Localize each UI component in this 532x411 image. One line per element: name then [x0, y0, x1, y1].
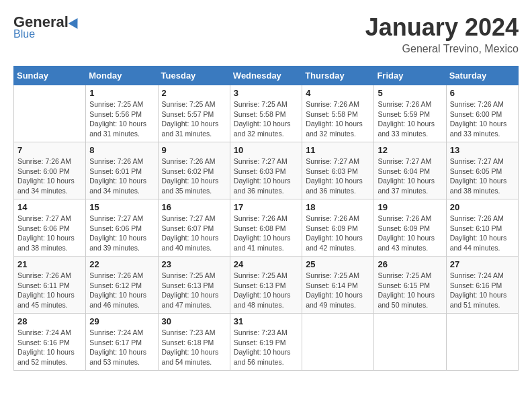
day-info: Sunrise: 7:26 AMSunset: 5:58 PMDaylight:… [306, 99, 370, 139]
day-number: 1 [89, 88, 154, 98]
day-number: 31 [234, 316, 298, 326]
day-info: Sunrise: 7:27 AMSunset: 6:05 PMDaylight:… [450, 156, 515, 196]
day-number: 9 [162, 145, 226, 155]
calendar-week-row: 7Sunrise: 7:26 AMSunset: 6:00 PMDaylight… [14, 142, 519, 199]
calendar-header-tuesday: Tuesday [158, 66, 230, 85]
day-number: 23 [162, 259, 226, 269]
day-number: 22 [89, 259, 154, 269]
calendar-header-sunday: Sunday [14, 66, 86, 85]
calendar-cell: 21Sunrise: 7:26 AMSunset: 6:11 PMDayligh… [14, 257, 86, 314]
day-number: 5 [378, 88, 442, 98]
calendar-cell: 24Sunrise: 7:25 AMSunset: 6:13 PMDayligh… [230, 257, 302, 314]
logo: General Blue [13, 13, 81, 40]
calendar-header-saturday: Saturday [446, 66, 518, 85]
calendar-header-monday: Monday [86, 66, 158, 85]
day-info: Sunrise: 7:26 AMSunset: 6:02 PMDaylight:… [162, 156, 226, 196]
day-info: Sunrise: 7:26 AMSunset: 6:12 PMDaylight:… [89, 271, 154, 310]
logo-triangle-icon [69, 15, 83, 29]
day-info: Sunrise: 7:23 AMSunset: 6:19 PMDaylight:… [234, 328, 298, 367]
calendar-cell: 28Sunrise: 7:24 AMSunset: 6:16 PMDayligh… [14, 314, 86, 371]
calendar-cell: 19Sunrise: 7:26 AMSunset: 6:09 PMDayligh… [374, 199, 446, 257]
calendar-cell [374, 314, 446, 371]
calendar-cell: 26Sunrise: 7:25 AMSunset: 6:15 PMDayligh… [374, 257, 446, 314]
calendar-cell: 29Sunrise: 7:24 AMSunset: 6:17 PMDayligh… [86, 314, 158, 371]
day-number: 29 [89, 316, 154, 326]
day-info: Sunrise: 7:27 AMSunset: 6:03 PMDaylight:… [306, 156, 370, 196]
day-number: 30 [162, 316, 226, 326]
calendar-cell: 27Sunrise: 7:24 AMSunset: 6:16 PMDayligh… [446, 257, 518, 314]
calendar-cell: 4Sunrise: 7:26 AMSunset: 5:58 PMDaylight… [302, 85, 374, 142]
calendar-cell: 3Sunrise: 7:25 AMSunset: 5:58 PMDaylight… [230, 85, 302, 142]
day-number: 15 [89, 202, 154, 212]
day-number: 19 [378, 202, 442, 212]
day-info: Sunrise: 7:27 AMSunset: 6:03 PMDaylight:… [234, 156, 298, 196]
day-info: Sunrise: 7:25 AMSunset: 5:56 PMDaylight:… [89, 99, 154, 139]
calendar-cell: 17Sunrise: 7:26 AMSunset: 6:08 PMDayligh… [230, 199, 302, 257]
calendar-cell: 15Sunrise: 7:27 AMSunset: 6:06 PMDayligh… [86, 199, 158, 257]
day-info: Sunrise: 7:23 AMSunset: 6:18 PMDaylight:… [162, 328, 226, 367]
day-number: 16 [162, 202, 226, 212]
day-info: Sunrise: 7:27 AMSunset: 6:07 PMDaylight:… [162, 214, 226, 253]
calendar-cell: 10Sunrise: 7:27 AMSunset: 6:03 PMDayligh… [230, 142, 302, 199]
day-number: 21 [17, 259, 82, 269]
day-number: 27 [450, 259, 515, 269]
calendar-week-row: 14Sunrise: 7:27 AMSunset: 6:06 PMDayligh… [14, 199, 519, 257]
day-number: 11 [306, 145, 370, 155]
calendar-table: SundayMondayTuesdayWednesdayThursdayFrid… [13, 66, 519, 371]
day-info: Sunrise: 7:26 AMSunset: 6:01 PMDaylight:… [89, 156, 154, 196]
day-info: Sunrise: 7:27 AMSunset: 6:06 PMDaylight:… [17, 214, 82, 253]
day-number: 25 [306, 259, 370, 269]
day-info: Sunrise: 7:25 AMSunset: 6:15 PMDaylight:… [378, 271, 442, 310]
day-info: Sunrise: 7:26 AMSunset: 6:10 PMDaylight:… [450, 214, 515, 253]
day-number: 17 [234, 202, 298, 212]
day-number: 28 [17, 316, 82, 326]
day-number: 18 [306, 202, 370, 212]
day-info: Sunrise: 7:26 AMSunset: 6:08 PMDaylight:… [234, 214, 298, 253]
calendar-cell: 8Sunrise: 7:26 AMSunset: 6:01 PMDaylight… [86, 142, 158, 199]
calendar-cell: 12Sunrise: 7:27 AMSunset: 6:04 PMDayligh… [374, 142, 446, 199]
day-number: 7 [17, 145, 82, 155]
day-info: Sunrise: 7:26 AMSunset: 6:09 PMDaylight:… [378, 214, 442, 253]
calendar-cell: 25Sunrise: 7:25 AMSunset: 6:14 PMDayligh… [302, 257, 374, 314]
calendar-cell: 22Sunrise: 7:26 AMSunset: 6:12 PMDayligh… [86, 257, 158, 314]
calendar-cell: 9Sunrise: 7:26 AMSunset: 6:02 PMDaylight… [158, 142, 230, 199]
day-info: Sunrise: 7:25 AMSunset: 6:13 PMDaylight:… [162, 271, 226, 310]
calendar-cell: 30Sunrise: 7:23 AMSunset: 6:18 PMDayligh… [158, 314, 230, 371]
calendar-header-thursday: Thursday [302, 66, 374, 85]
calendar-cell: 5Sunrise: 7:26 AMSunset: 5:59 PMDaylight… [374, 85, 446, 142]
day-number: 2 [162, 88, 226, 98]
day-info: Sunrise: 7:25 AMSunset: 5:58 PMDaylight:… [234, 99, 298, 139]
day-number: 14 [17, 202, 82, 212]
day-number: 8 [89, 145, 154, 155]
day-number: 26 [378, 259, 442, 269]
calendar-cell: 14Sunrise: 7:27 AMSunset: 6:06 PMDayligh… [14, 199, 86, 257]
day-number: 24 [234, 259, 298, 269]
day-info: Sunrise: 7:26 AMSunset: 6:09 PMDaylight:… [306, 214, 370, 253]
day-info: Sunrise: 7:24 AMSunset: 6:16 PMDaylight:… [17, 328, 82, 367]
day-info: Sunrise: 7:26 AMSunset: 6:00 PMDaylight:… [17, 156, 82, 196]
calendar-cell: 1Sunrise: 7:25 AMSunset: 5:56 PMDaylight… [86, 85, 158, 142]
logo-blue-text: Blue [13, 28, 35, 40]
calendar-header-friday: Friday [374, 66, 446, 85]
day-info: Sunrise: 7:25 AMSunset: 5:57 PMDaylight:… [162, 99, 226, 139]
calendar-cell: 31Sunrise: 7:23 AMSunset: 6:19 PMDayligh… [230, 314, 302, 371]
day-info: Sunrise: 7:25 AMSunset: 6:14 PMDaylight:… [306, 271, 370, 310]
calendar-cell: 20Sunrise: 7:26 AMSunset: 6:10 PMDayligh… [446, 199, 518, 257]
day-info: Sunrise: 7:24 AMSunset: 6:16 PMDaylight:… [450, 271, 515, 310]
month-title: January 2024 [365, 13, 519, 42]
calendar-cell: 18Sunrise: 7:26 AMSunset: 6:09 PMDayligh… [302, 199, 374, 257]
calendar-cell [446, 314, 518, 371]
day-info: Sunrise: 7:27 AMSunset: 6:06 PMDaylight:… [89, 214, 154, 253]
day-number: 6 [450, 88, 515, 98]
day-info: Sunrise: 7:24 AMSunset: 6:17 PMDaylight:… [89, 328, 154, 367]
calendar-week-row: 28Sunrise: 7:24 AMSunset: 6:16 PMDayligh… [14, 314, 519, 371]
calendar-week-row: 1Sunrise: 7:25 AMSunset: 5:56 PMDaylight… [14, 85, 519, 142]
day-number: 12 [378, 145, 442, 155]
day-info: Sunrise: 7:26 AMSunset: 6:11 PMDaylight:… [17, 271, 82, 310]
calendar-cell: 23Sunrise: 7:25 AMSunset: 6:13 PMDayligh… [158, 257, 230, 314]
calendar-cell: 6Sunrise: 7:26 AMSunset: 6:00 PMDaylight… [446, 85, 518, 142]
day-number: 20 [450, 202, 515, 212]
calendar-cell: 13Sunrise: 7:27 AMSunset: 6:05 PMDayligh… [446, 142, 518, 199]
day-info: Sunrise: 7:26 AMSunset: 6:00 PMDaylight:… [450, 99, 515, 139]
day-info: Sunrise: 7:26 AMSunset: 5:59 PMDaylight:… [378, 99, 442, 139]
